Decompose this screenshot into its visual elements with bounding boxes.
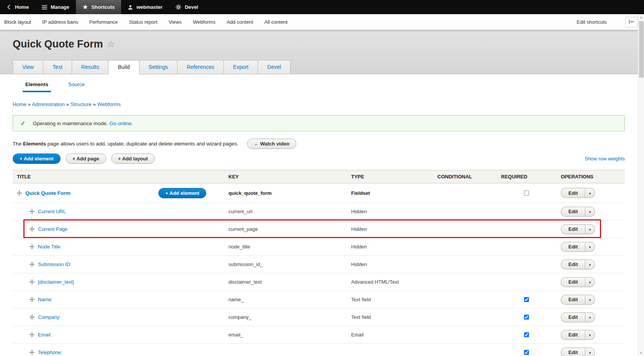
required-checkbox[interactable]: [524, 332, 529, 337]
element-title-link[interactable]: Telephone:: [38, 349, 62, 355]
tab-build[interactable]: Build: [108, 60, 139, 74]
edit-shortcuts-link[interactable]: Edit shortcuts: [577, 19, 607, 25]
required-checkbox[interactable]: [524, 315, 529, 320]
element-title-link[interactable]: Submission ID:: [38, 261, 71, 267]
edit-dropdown-toggle[interactable]: ▾: [585, 207, 595, 217]
drag-handle-icon[interactable]: [30, 332, 34, 337]
edit-dropdown-toggle[interactable]: ▾: [585, 295, 595, 305]
breadcrumb-link-home[interactable]: Home: [13, 101, 26, 107]
element-type: Email: [351, 332, 364, 338]
subtab-source[interactable]: Source: [66, 80, 87, 91]
drag-handle-icon[interactable]: [17, 191, 22, 196]
shortcut-webforms[interactable]: Webforms: [193, 19, 215, 25]
breadcrumb-link-administration[interactable]: Administration: [32, 101, 65, 107]
edit-button[interactable]: Edit: [561, 242, 585, 252]
shortcut-block-layout[interactable]: Block layout: [4, 19, 31, 25]
toolbar-orientation-toggle[interactable]: [625, 17, 638, 28]
breadcrumb-link-structure[interactable]: Structure: [71, 101, 92, 107]
type-cell: Hidden: [347, 203, 433, 220]
edit-button[interactable]: Edit: [561, 312, 585, 322]
go-online-link[interactable]: Go online: [109, 121, 131, 126]
admin-item-devel[interactable]: Devel: [169, 0, 205, 14]
favorite-star-icon[interactable]: ☆: [107, 40, 115, 49]
required-checkbox[interactable]: [524, 297, 529, 302]
drag-handle-icon[interactable]: [30, 227, 34, 232]
column-header-title: TITLE: [13, 170, 224, 183]
tab-settings[interactable]: Settings: [139, 60, 178, 74]
admin-item-home[interactable]: Home: [0, 0, 35, 14]
drag-handle-icon[interactable]: [30, 244, 34, 249]
tab-devel[interactable]: Devel: [258, 60, 291, 74]
tab-test[interactable]: Test: [43, 60, 72, 74]
operations-cell: Edit▾: [557, 183, 625, 203]
drag-handle-icon[interactable]: [30, 209, 34, 214]
edit-button[interactable]: Edit: [561, 188, 585, 198]
element-title-link[interactable]: Name:: [38, 297, 53, 302]
tab-results[interactable]: Results: [72, 60, 109, 74]
add-page-button[interactable]: + Add page: [66, 154, 106, 164]
element-title-link[interactable]: Company:: [38, 314, 61, 320]
edit-dropdown-toggle[interactable]: ▾: [585, 348, 595, 356]
breadcrumb-link-webforms[interactable]: Webforms: [97, 101, 121, 107]
element-title-link[interactable]: Quick Quote Form: [25, 190, 71, 196]
required-checkbox[interactable]: [524, 350, 529, 355]
shortcut-ip-address-bans[interactable]: IP address bans: [42, 19, 78, 25]
shortcut-performance[interactable]: Performance: [89, 19, 118, 25]
element-title-link[interactable]: Current Page: [38, 226, 67, 232]
edit-dropdown-toggle[interactable]: ▾: [585, 260, 595, 269]
shortcut-add-content[interactable]: Add content: [227, 19, 253, 25]
admin-item-webmaster[interactable]: webmaster: [121, 0, 169, 14]
element-title-link[interactable]: Node Title: [38, 244, 61, 250]
actions-row: + Add element + Add page + Add layout Sh…: [13, 154, 625, 164]
edit-dropdown-toggle[interactable]: ▾: [585, 312, 595, 322]
edit-button[interactable]: Edit: [561, 277, 585, 287]
edit-button[interactable]: Edit: [561, 348, 585, 356]
edit-button[interactable]: Edit: [561, 330, 585, 340]
drag-handle-icon[interactable]: [30, 350, 34, 355]
edit-button[interactable]: Edit: [561, 260, 585, 269]
shortcut-views[interactable]: Views: [169, 19, 182, 25]
edit-dropdown-toggle[interactable]: ▾: [585, 224, 595, 234]
admin-item-shortcuts[interactable]: Shortcuts: [76, 0, 122, 14]
edit-dropdown-toggle[interactable]: ▾: [585, 242, 595, 252]
drag-handle-icon[interactable]: [30, 262, 34, 267]
drag-handle-icon[interactable]: [30, 297, 34, 302]
type-cell: Text field: [347, 309, 433, 326]
edit-dropdown-toggle[interactable]: ▾: [585, 188, 595, 198]
drag-handle-icon[interactable]: [30, 315, 34, 320]
shortcut-all-content[interactable]: All content: [264, 19, 288, 25]
tab-export[interactable]: Export: [223, 60, 258, 74]
subtab-elements[interactable]: Elements: [23, 80, 51, 92]
element-row: Current Pagecurrent_pageHiddenEdit▾: [13, 220, 625, 238]
admin-item-manage[interactable]: Manage: [35, 0, 76, 14]
tab-references[interactable]: References: [177, 60, 224, 74]
scrollbar[interactable]: ▲ ▼: [638, 14, 644, 356]
element-title-link[interactable]: [disclaimer_text]: [38, 279, 74, 285]
drag-handle-icon[interactable]: [30, 279, 34, 284]
tab-view[interactable]: View: [13, 60, 43, 74]
type-cell: Text field: [347, 291, 433, 309]
toggle-orientation-icon: [629, 19, 634, 25]
element-title-link[interactable]: Email:: [38, 332, 52, 338]
edit-dropdown-toggle[interactable]: ▾: [585, 277, 595, 287]
scroll-down-arrow[interactable]: ▼: [638, 350, 644, 356]
edit-button[interactable]: Edit: [561, 207, 585, 217]
scrollbar-thumb[interactable]: [639, 21, 644, 78]
add-element-button[interactable]: + Add element: [13, 154, 61, 164]
operations-cell: Edit▾: [557, 344, 625, 356]
edit-button[interactable]: Edit: [561, 224, 585, 234]
required-checkbox[interactable]: [524, 191, 529, 196]
shortcut-status-report[interactable]: Status report: [129, 19, 157, 25]
edit-dropdown-toggle[interactable]: ▾: [585, 330, 595, 340]
admin-item-label: webmaster: [136, 4, 163, 10]
watch-video-button[interactable]: ← Watch video: [247, 139, 296, 149]
show-row-weights-link[interactable]: Show row weights: [585, 156, 625, 162]
add-layout-button[interactable]: + Add layout: [111, 154, 155, 164]
scroll-up-arrow[interactable]: ▲: [638, 14, 644, 20]
element-key: current_page: [228, 226, 258, 232]
edit-button[interactable]: Edit: [561, 295, 585, 305]
caret-down-icon: ▾: [589, 245, 591, 249]
key-cell: current_page: [224, 220, 347, 238]
row-add-element-button[interactable]: + Add element: [158, 188, 206, 198]
element-title-link[interactable]: Current URL: [38, 209, 66, 214]
